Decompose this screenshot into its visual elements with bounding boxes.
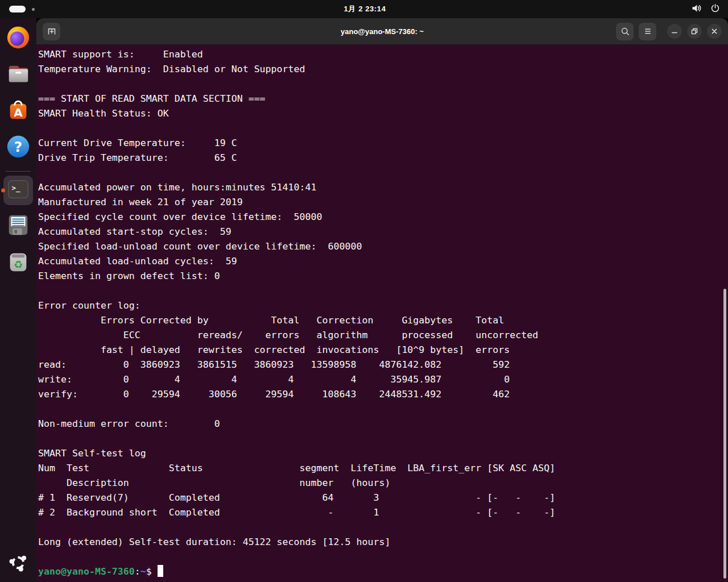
active-workspace-pill[interactable] (9, 6, 26, 13)
terminal-output: SMART support is: Enabled Temperature Wa… (36, 44, 728, 579)
floppy-document-icon (5, 212, 31, 240)
svg-text:?: ? (14, 139, 22, 155)
svg-text:A: A (14, 106, 23, 119)
prompt-user-host: yano@yano-MS-7360 (38, 566, 135, 577)
trash-icon: ♻ (5, 248, 31, 277)
terminal-window: yano@yano-MS-7360: ~ SMART support is: E… (36, 18, 728, 582)
prompt-colon: : (135, 566, 140, 577)
system-tray[interactable] (647, 2, 721, 16)
workspace-indicator[interactable] (9, 6, 83, 13)
prompt-path: ~ (140, 566, 146, 577)
clock[interactable]: 1月 2 23:14 (344, 4, 386, 14)
dock-item-files[interactable] (5, 61, 32, 89)
ubuntu-logo-icon (6, 551, 30, 577)
terminal-content[interactable]: SMART support is: Enabled Temperature Wa… (36, 44, 728, 582)
minimize-button[interactable] (667, 24, 682, 39)
terminal-cursor (158, 565, 163, 577)
window-title: yano@yano-MS-7360: ~ (341, 27, 424, 36)
dock: A ? >_ (0, 18, 36, 582)
svg-text:♻: ♻ (14, 259, 23, 271)
scrollbar-thumb[interactable] (723, 289, 726, 579)
dock-item-help[interactable]: ? (5, 134, 32, 161)
workspace-dot[interactable] (32, 8, 35, 11)
show-apps-button[interactable] (6, 551, 31, 576)
terminal-output-text: SMART support is: Enabled Temperature Wa… (38, 49, 555, 547)
prompt-dollar: $ (146, 566, 158, 577)
close-button[interactable] (707, 24, 722, 39)
dock-item-text-editor[interactable] (5, 213, 32, 240)
headerbar[interactable]: yano@yano-MS-7360: ~ (36, 18, 728, 44)
volume-icon[interactable] (690, 2, 702, 16)
running-indicator-dot (1, 189, 5, 193)
software-bag-icon: A (5, 97, 31, 126)
dock-item-ubuntu-software[interactable]: A (5, 98, 32, 125)
top-bar: 1月 2 23:14 (0, 0, 728, 18)
firefox-icon (5, 24, 31, 53)
dock-item-trash[interactable]: ♻ (5, 249, 32, 276)
power-icon[interactable] (710, 3, 721, 16)
svg-text:>_: >_ (12, 184, 20, 193)
search-button[interactable] (616, 23, 634, 40)
dock-item-terminal[interactable]: >_ (3, 176, 33, 205)
dock-item-firefox[interactable] (5, 25, 32, 52)
restore-button[interactable] (687, 24, 702, 39)
new-tab-button[interactable] (43, 23, 60, 40)
menu-button[interactable] (639, 23, 656, 40)
dock-divider (6, 171, 31, 172)
help-question-icon: ? (5, 134, 31, 162)
terminal-icon: >_ (5, 176, 31, 205)
folder-icon (5, 61, 31, 89)
